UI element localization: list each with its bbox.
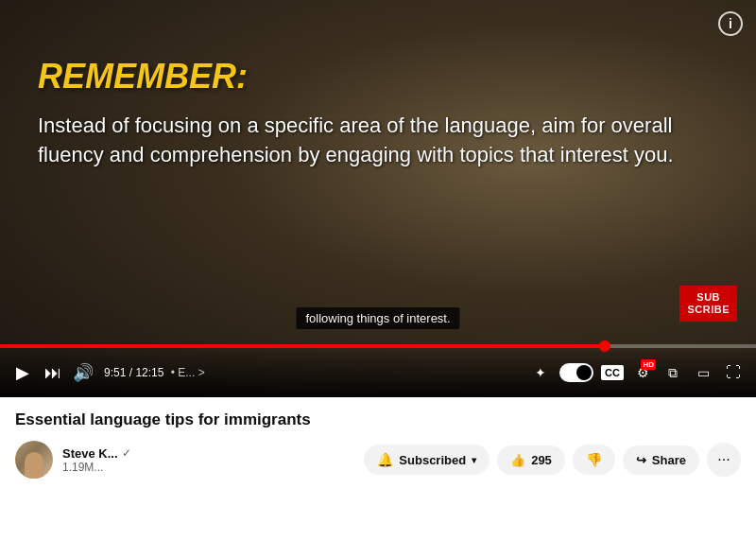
avatar-figure [25, 452, 43, 479]
subscriber-count: 1.19M... [62, 461, 131, 474]
action-buttons: 🔔 Subscribed ▾ 👍 295 👎 ↪ Share ··· [364, 443, 741, 477]
channel-name-row: Steve K... ✓ [62, 446, 131, 461]
caption-bar: following things of interest. [296, 307, 459, 329]
verified-icon: ✓ [122, 446, 131, 460]
autoplay-toggle[interactable] [559, 363, 593, 382]
settings-area: HD ⚙ [631, 365, 654, 380]
video-overlay: REMEMBER: Instead of focusing on a speci… [38, 57, 718, 170]
more-options-button[interactable]: ··· [707, 443, 741, 477]
theater-button[interactable]: ▭ [692, 365, 714, 380]
remember-heading: REMEMBER: [38, 57, 718, 96]
channel-avatar[interactable] [15, 441, 53, 479]
channel-row: Steve K... ✓ 1.19M... 🔔 Subscribed ▾ 👍 2… [15, 441, 741, 479]
share-button[interactable]: ↪ Share [623, 445, 699, 475]
remember-body: Instead of focusing on a specific area o… [38, 112, 680, 170]
channel-name[interactable]: Steve K... [62, 446, 118, 461]
toggle-knob [576, 365, 592, 380]
ellipsis-icon: ··· [717, 451, 730, 468]
skip-next-button[interactable]: ⏭ [42, 363, 64, 383]
like-button[interactable]: 👍 295 [497, 445, 565, 475]
channel-info: Steve K... ✓ 1.19M... [62, 446, 131, 474]
controls-bar: ▶ ⏭ 🔊 9:51 / 12:15 • E... > ✦ CC HD ⚙ ⧉ … [0, 348, 756, 397]
volume-button[interactable]: 🔊 [72, 362, 94, 383]
miniplayer-button[interactable]: ⧉ [662, 365, 684, 381]
subscribe-button[interactable]: 🔔 Subscribed ▾ [364, 445, 490, 475]
time-display: 9:51 / 12:15 • E... > [104, 366, 205, 379]
sparkle-button[interactable]: ✦ [529, 365, 552, 380]
thumbs-up-icon: 👍 [510, 453, 525, 467]
video-title: Essential language tips for immigrants [15, 410, 741, 429]
video-player[interactable]: i SUB SCRIBE REMEMBER: Instead of focusi… [0, 0, 756, 397]
fullscreen-button[interactable]: ⛶ [722, 364, 745, 381]
hd-badge: HD [641, 359, 656, 370]
video-info-section: Essential language tips for immigrants S… [0, 397, 756, 486]
subscribe-badge[interactable]: SUB SCRIBE [679, 286, 737, 322]
bell-icon: 🔔 [377, 452, 393, 467]
info-icon[interactable]: i [718, 11, 743, 36]
dislike-button[interactable]: 👎 [573, 445, 615, 475]
cc-button[interactable]: CC [601, 365, 624, 380]
thumbs-down-icon: 👎 [586, 452, 602, 467]
play-button[interactable]: ▶ [11, 362, 34, 383]
share-icon: ↪ [636, 453, 646, 467]
chevron-down-icon: ▾ [472, 455, 476, 465]
